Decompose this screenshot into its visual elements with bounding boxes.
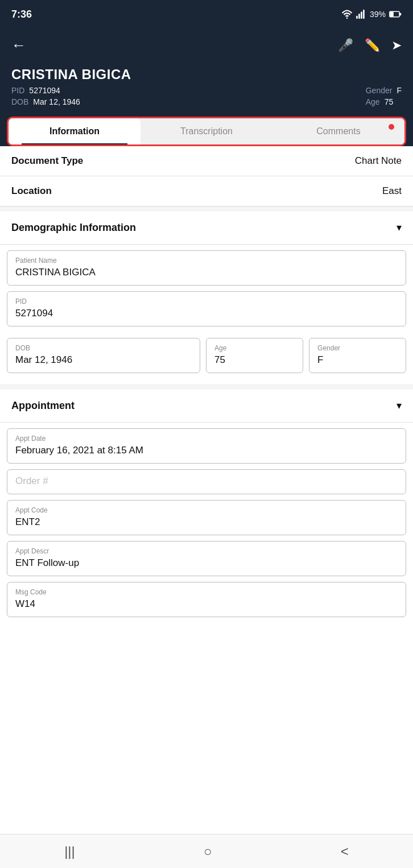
comments-badge bbox=[389, 124, 394, 130]
demographic-section-header[interactable]: Demographic Information ▾ bbox=[0, 211, 413, 245]
gender-field-label: Gender bbox=[317, 344, 398, 352]
appt-date-label: Appt Date bbox=[15, 435, 398, 443]
demographic-section-title: Demographic Information bbox=[11, 222, 136, 234]
edit-icon[interactable]: ✏️ bbox=[365, 38, 380, 53]
patient-meta-right: Gender F Age 75 bbox=[366, 86, 402, 106]
pid-row: PID 5271094 bbox=[11, 86, 80, 95]
microphone-icon[interactable]: 🎤 bbox=[338, 38, 353, 53]
appt-code-value: ENT2 bbox=[15, 516, 40, 527]
battery-percentage: 39% bbox=[370, 10, 386, 19]
document-type-label: Document Type bbox=[11, 155, 83, 167]
dob-field[interactable]: DOB Mar 12, 1946 bbox=[7, 338, 200, 373]
dob-label: DOB bbox=[11, 97, 28, 106]
signal-icon bbox=[356, 10, 366, 19]
pid-value: 5271094 bbox=[29, 86, 60, 95]
order-number-field[interactable]: Order # bbox=[7, 469, 406, 494]
appt-descr-label: Appt Descr bbox=[15, 547, 398, 555]
menu-button[interactable]: ||| bbox=[47, 839, 92, 864]
appt-date-value: February 16, 2021 at 8:15 AM bbox=[15, 445, 143, 456]
nav-right: 🎤 ✏️ ➤ bbox=[338, 38, 402, 53]
patient-meta-left: PID 5271094 DOB Mar 12, 1946 bbox=[11, 86, 80, 106]
section-divider-1 bbox=[0, 206, 413, 211]
svg-rect-7 bbox=[399, 13, 401, 16]
tab-transcription[interactable]: Transcription bbox=[141, 118, 272, 144]
send-icon[interactable]: ➤ bbox=[391, 38, 402, 53]
dob-age-gender-row: DOB Mar 12, 1946 Age 75 Gender F bbox=[7, 332, 406, 379]
patient-name: CRISTINA BIGICA bbox=[11, 67, 402, 82]
status-bar: 7:36 39% bbox=[0, 0, 413, 28]
gender-field[interactable]: Gender F bbox=[309, 338, 406, 373]
appointment-section-header[interactable]: Appointment ▾ bbox=[0, 389, 413, 423]
demographic-chevron-icon: ▾ bbox=[397, 221, 402, 234]
pid-field-label: PID bbox=[15, 297, 398, 305]
msg-code-field[interactable]: Msg Code W14 bbox=[7, 582, 406, 617]
bottom-nav: ||| ○ < bbox=[0, 834, 413, 868]
svg-rect-6 bbox=[390, 12, 394, 16]
section-divider-2 bbox=[0, 385, 413, 389]
patient-name-field-label: Patient Name bbox=[15, 257, 398, 264]
patient-name-field-value: CRISTINA BIGICA bbox=[15, 267, 96, 278]
msg-code-label: Msg Code bbox=[15, 588, 398, 596]
content-area: Document Type Chart Note Location East D… bbox=[0, 146, 413, 668]
age-field[interactable]: Age 75 bbox=[206, 338, 303, 373]
bottom-spacer bbox=[0, 623, 413, 668]
dob-value: Mar 12, 1946 bbox=[33, 97, 80, 106]
home-button[interactable]: ○ bbox=[187, 839, 229, 864]
appointment-section-title: Appointment bbox=[11, 400, 75, 412]
appointment-fields: Appt Date February 16, 2021 at 8:15 AM O… bbox=[0, 428, 413, 617]
svg-rect-2 bbox=[358, 14, 360, 19]
msg-code-value: W14 bbox=[15, 598, 35, 609]
pid-field-value: 5271094 bbox=[15, 308, 53, 319]
gender-row: Gender F bbox=[366, 86, 402, 95]
order-number-placeholder: Order # bbox=[15, 476, 48, 486]
age-row: Age 75 bbox=[366, 97, 402, 106]
location-value: East bbox=[382, 185, 402, 197]
svg-rect-4 bbox=[363, 10, 365, 19]
status-icons: 39% bbox=[341, 10, 402, 19]
nav-left: ← bbox=[11, 36, 26, 54]
gender-label: Gender bbox=[366, 86, 393, 95]
appt-descr-field[interactable]: Appt Descr ENT Follow-up bbox=[7, 541, 406, 576]
dob-field-label: DOB bbox=[15, 344, 192, 352]
appt-descr-value: ENT Follow-up bbox=[15, 557, 79, 568]
svg-rect-1 bbox=[356, 16, 358, 19]
demographic-fields: Patient Name CRISTINA BIGICA PID 5271094… bbox=[0, 250, 413, 379]
location-row: Location East bbox=[0, 176, 413, 206]
patient-meta: PID 5271094 DOB Mar 12, 1946 Gender F Ag… bbox=[11, 86, 402, 106]
patient-header: CRISTINA BIGICA PID 5271094 DOB Mar 12, … bbox=[0, 64, 413, 117]
dob-row: DOB Mar 12, 1946 bbox=[11, 97, 80, 106]
tabs-wrapper: Information Transcription Comments bbox=[0, 117, 413, 146]
appointment-chevron-icon: ▾ bbox=[397, 399, 402, 412]
back-nav-button[interactable]: < bbox=[324, 839, 366, 864]
tabs-container: Information Transcription Comments bbox=[7, 117, 406, 146]
gender-field-value: F bbox=[317, 354, 323, 365]
document-type-value: Chart Note bbox=[355, 155, 402, 167]
appt-code-label: Appt Code bbox=[15, 506, 398, 514]
back-button[interactable]: ← bbox=[11, 36, 26, 53]
svg-point-0 bbox=[346, 17, 348, 19]
appt-code-field[interactable]: Appt Code ENT2 bbox=[7, 500, 406, 535]
age-field-value: 75 bbox=[214, 354, 225, 365]
svg-rect-3 bbox=[361, 12, 362, 19]
battery-icon bbox=[389, 10, 402, 18]
tab-information[interactable]: Information bbox=[9, 118, 141, 144]
age-value: 75 bbox=[385, 97, 394, 106]
status-time: 7:36 bbox=[11, 9, 32, 20]
location-label: Location bbox=[11, 185, 52, 197]
top-nav: ← 🎤 ✏️ ➤ bbox=[0, 28, 413, 64]
patient-name-field[interactable]: Patient Name CRISTINA BIGICA bbox=[7, 250, 406, 286]
appt-date-field[interactable]: Appt Date February 16, 2021 at 8:15 AM bbox=[7, 428, 406, 464]
pid-field[interactable]: PID 5271094 bbox=[7, 291, 406, 326]
dob-field-value: Mar 12, 1946 bbox=[15, 354, 72, 365]
gender-value: F bbox=[397, 86, 402, 95]
wifi-icon bbox=[341, 10, 353, 19]
age-label: Age bbox=[366, 97, 380, 106]
pid-label: PID bbox=[11, 86, 24, 95]
age-field-label: Age bbox=[214, 344, 295, 352]
document-type-row: Document Type Chart Note bbox=[0, 146, 413, 176]
tab-comments[interactable]: Comments bbox=[272, 118, 404, 144]
